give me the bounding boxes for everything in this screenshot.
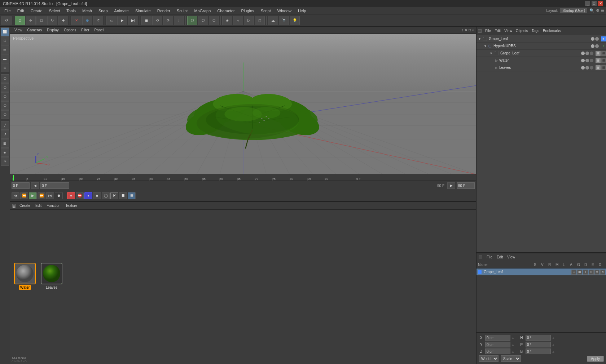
tool-l6[interactable]: ╱: [1, 121, 9, 130]
apply-button[interactable]: Apply: [587, 356, 604, 362]
bookmark-icon[interactable]: ☰: [601, 8, 605, 13]
menu-edit[interactable]: Edit: [14, 8, 27, 14]
br-menu-view[interactable]: View: [506, 254, 517, 260]
deformer-btn[interactable]: ⬡: [198, 16, 208, 25]
br-row-grape-leaf[interactable]: Grape_Leaf □ ▦ ↕ ▷ ↺ ✕: [477, 268, 606, 276]
menu-create[interactable]: Create: [28, 8, 45, 14]
rotate-tool[interactable]: ↻: [47, 16, 57, 25]
tool-l2[interactable]: ⬡: [1, 83, 9, 92]
wire-button[interactable]: ⊘: [82, 16, 92, 25]
timeline-btn1[interactable]: ●: [67, 192, 75, 199]
coord-mode-select[interactable]: World Object Local: [479, 355, 499, 362]
mat-menu-create[interactable]: Create: [18, 203, 32, 208]
tool-l8[interactable]: ▦: [1, 139, 9, 148]
light-btn[interactable]: ◈: [222, 16, 232, 25]
frame-value-input[interactable]: [40, 182, 69, 189]
menu-plugins[interactable]: Plugins: [238, 8, 257, 14]
tool-l5[interactable]: ⬡: [1, 110, 9, 119]
extra-dot-4[interactable]: [590, 59, 593, 62]
cloud-btn[interactable]: ☁: [268, 16, 278, 25]
coord-y-input[interactable]: [485, 342, 510, 347]
layout-selector[interactable]: Startup (User): [560, 8, 587, 13]
timeline-btn2[interactable]: ⛔: [76, 192, 84, 199]
obj-menu-file[interactable]: File: [484, 28, 492, 34]
render-dot-2[interactable]: [595, 44, 599, 48]
prev-frame-btn[interactable]: ⏪: [20, 192, 28, 199]
cloner-btn[interactable]: ⟲: [152, 16, 162, 25]
visibility-dot-3[interactable]: [581, 52, 585, 55]
maximize-button[interactable]: □: [592, 1, 597, 6]
tag-water-4b[interactable]: ⬛: [601, 58, 606, 63]
obj-menu-objects[interactable]: Objects: [514, 28, 530, 34]
menu-help[interactable]: Help: [295, 8, 309, 14]
timeline-btn8[interactable]: ☰: [128, 192, 136, 199]
br-ctrl-5[interactable]: ↺: [594, 270, 600, 275]
render-dot-5[interactable]: [585, 66, 589, 70]
perspective-view-btn[interactable]: ⬜: [1, 27, 9, 36]
visibility-dot-4[interactable]: [581, 59, 585, 62]
tag-check-2[interactable]: ✓: [601, 44, 606, 49]
play-btn[interactable]: ▶: [29, 192, 37, 199]
water-thumbnail[interactable]: [14, 263, 36, 284]
render-dot-4[interactable]: [585, 59, 589, 62]
goto-end-btn[interactable]: ⏭: [46, 192, 54, 199]
tool-l9[interactable]: ◈: [1, 148, 9, 157]
obj-menu-view[interactable]: View: [503, 28, 514, 34]
front-view-btn[interactable]: □: [1, 36, 9, 45]
render-dot-3[interactable]: [585, 52, 589, 55]
menu-file[interactable]: File: [1, 8, 14, 14]
vp-expand-icon[interactable]: ↕: [462, 28, 464, 32]
obj-row-hypernurbs[interactable]: ▼ ⬡ HyperNURBS ✓: [477, 43, 606, 50]
tool-l7[interactable]: ↺: [1, 130, 9, 139]
vp-window-icon[interactable]: □: [469, 28, 471, 32]
visibility-dot-5[interactable]: [581, 66, 585, 70]
timeline-btn3[interactable]: ●: [84, 192, 92, 199]
coord-z-input[interactable]: [485, 349, 510, 354]
timeline-btn4[interactable]: ■: [93, 192, 101, 199]
side-view-btn[interactable]: ▭: [1, 45, 9, 54]
sky-btn[interactable]: ⟐: [233, 16, 243, 25]
expand-icon-1[interactable]: ▼: [478, 37, 481, 41]
search-icon[interactable]: 🔍: [589, 8, 594, 13]
br-menu-edit[interactable]: Edit: [495, 254, 504, 260]
camera-btn[interactable]: ⬡: [209, 16, 219, 25]
timeline-btn7[interactable]: 🔲: [119, 192, 127, 199]
bulb-btn[interactable]: 💡: [290, 16, 300, 25]
menu-mesh[interactable]: Mesh: [79, 8, 95, 14]
menu-render[interactable]: Render: [154, 8, 173, 14]
obj-menu-edit[interactable]: Edit: [493, 28, 502, 34]
minimize-button[interactable]: _: [585, 1, 590, 6]
scale-tool[interactable]: □: [36, 16, 47, 25]
tag-mat-3b[interactable]: ⬛: [601, 51, 606, 56]
record-btn[interactable]: ⏺: [55, 192, 63, 199]
menu-select[interactable]: Select: [46, 8, 63, 14]
texture-btn[interactable]: ◻: [255, 16, 265, 25]
tag-leaves-5a[interactable]: ▦: [596, 65, 601, 70]
quad-view-btn[interactable]: ⊞: [1, 63, 9, 72]
tag-1[interactable]: ■: [601, 36, 606, 41]
tool-l4[interactable]: ⬡: [1, 101, 9, 110]
transform-mode-select[interactable]: Scale Move Rotate: [501, 355, 521, 362]
viewport-3d[interactable]: Perspective: [10, 34, 476, 174]
extra-dot-5[interactable]: [590, 66, 593, 70]
undo-button[interactable]: ↺: [1, 16, 12, 25]
render-all-btn[interactable]: ▶|: [128, 16, 138, 25]
obj-row-leaves[interactable]: ▷ Leaves ▦ ⬛: [477, 64, 606, 71]
mat-menu-function[interactable]: Function: [45, 203, 62, 208]
menu-simulate[interactable]: Simulate: [132, 8, 154, 14]
render-btn[interactable]: ▭: [106, 16, 117, 25]
scope-btn[interactable]: 🔭: [279, 16, 289, 25]
render-view-btn[interactable]: ▶: [117, 16, 127, 25]
gear-icon[interactable]: ⚙: [596, 8, 600, 13]
br-ctrl-1[interactable]: □: [571, 270, 576, 275]
end-frame-input[interactable]: [457, 182, 475, 189]
move-tool[interactable]: ✛: [26, 16, 36, 25]
top-view-btn[interactable]: ▬: [1, 54, 9, 63]
obj-row-grape-leaf-root[interactable]: ▼ ⬛ Grape_Leaf ■: [477, 35, 606, 43]
timeline-btn6[interactable]: P: [110, 192, 118, 199]
vp-menu-options[interactable]: Options: [62, 28, 78, 32]
spline-btn[interactable]: ⟳: [163, 16, 173, 25]
br-ctrl-3[interactable]: ↕: [583, 270, 588, 275]
null-btn[interactable]: ◼: [141, 16, 152, 25]
br-ctrl-2[interactable]: ▦: [577, 270, 582, 275]
